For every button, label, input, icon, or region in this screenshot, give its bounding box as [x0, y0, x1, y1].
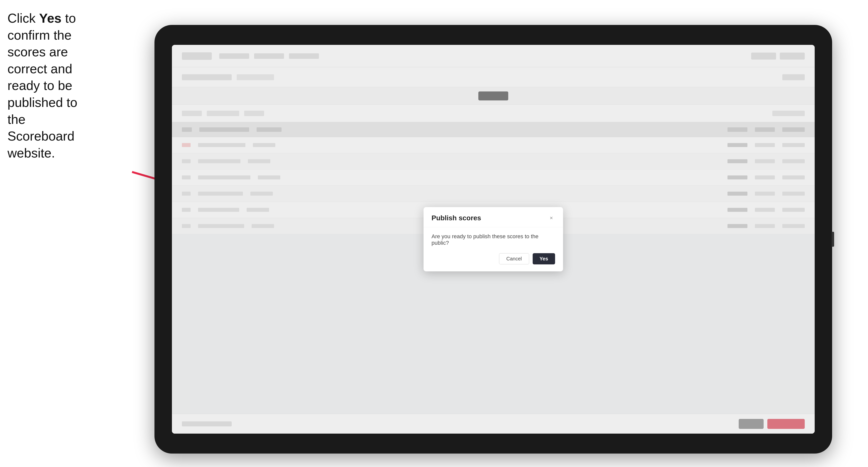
instruction-bold: Yes — [39, 11, 62, 25]
modal-footer: Cancel Yes — [424, 253, 563, 271]
tablet-screen: Publish scores × Are you ready to publis… — [172, 45, 815, 434]
modal-close-button[interactable]: × — [548, 214, 555, 222]
modal-header: Publish scores × — [424, 207, 563, 227]
yes-button[interactable]: Yes — [533, 253, 555, 264]
instruction-suffix: to confirm the scores are correct and re… — [7, 11, 77, 160]
modal-body-text: Are you ready to publish these scores to… — [424, 227, 563, 253]
modal-overlay: Publish scores × Are you ready to publis… — [172, 45, 815, 434]
cancel-button[interactable]: Cancel — [499, 253, 529, 264]
publish-scores-dialog: Publish scores × Are you ready to publis… — [424, 207, 563, 271]
modal-title: Publish scores — [432, 214, 481, 222]
tablet-side-button — [832, 232, 834, 247]
instruction-prefix: Click — [7, 11, 39, 25]
tablet-device: Publish scores × Are you ready to publis… — [154, 25, 832, 454]
instruction-text: Click Yes to confirm the scores are corr… — [7, 10, 82, 161]
